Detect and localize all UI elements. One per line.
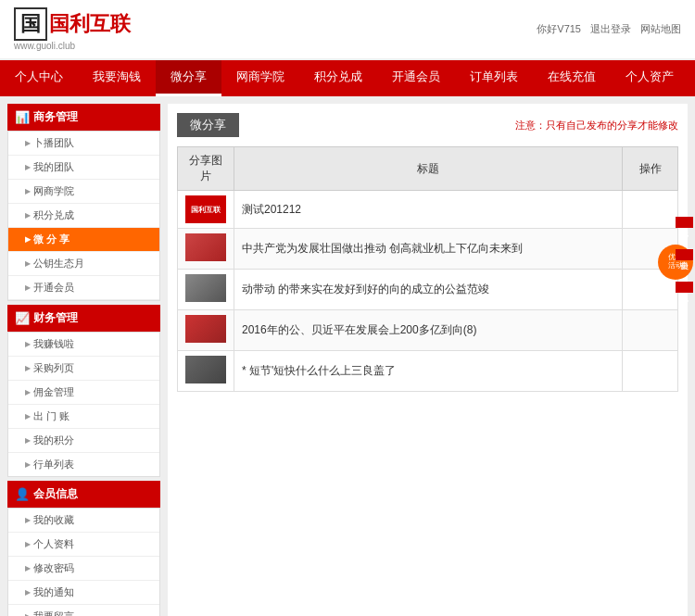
table-row: 动带动 的带来实在发好到好的向的成立的公益范竣 xyxy=(178,270,678,310)
sidebar-item-profile[interactable]: ▶个人资料 xyxy=(8,533,159,557)
logo-text: 国利互联 xyxy=(49,10,131,38)
sidebar-item-public-key[interactable]: ▶公钥生态月 xyxy=(8,252,159,276)
content-area: 微分享 注意：只有自己发布的分享才能修改 分享图片 标题 操作 国利互联 测试2… xyxy=(168,104,688,616)
sidebar-items-business: ▶卜播团队 ▶我的团队 ▶网商学院 ▶积分兑成 ▶微 分 享 ▶公钥生态月 ▶开… xyxy=(7,131,160,301)
sidebar-item-my-points[interactable]: ▶我的积分 xyxy=(8,429,159,453)
sidebar-title-member: 👤 会员信息 xyxy=(7,481,160,508)
title-cell: 中共产党为发展壮国做出推动 创高就业机上下亿向未来到 xyxy=(234,229,623,270)
table-row: 中共产党为发展壮国做出推动 创高就业机上下亿向未来到 xyxy=(178,229,678,270)
sidebar-item-my-team[interactable]: ▶我的团队 xyxy=(8,156,159,180)
sidebar-item-download-team[interactable]: ▶卜播团队 xyxy=(8,132,159,156)
sidebar-items-member: ▶我的收藏 ▶个人资料 ▶修改密码 ▶我的通知 ▶我要留言 xyxy=(7,508,160,616)
title-cell: 动带动 的带来实在发好到好的向的成立的公益范竣 xyxy=(234,270,623,310)
table-row: 2016年的公、贝近平在发展会上200多亿到向(8) xyxy=(178,310,678,351)
thumb-cell xyxy=(178,310,234,351)
side-float-item-3[interactable]: 在线客 xyxy=(676,282,693,293)
main-layout: 📊 商务管理 ▶卜播团队 ▶我的团队 ▶网商学院 ▶积分兑成 ▶微 分 享 ▶公… xyxy=(0,96,695,616)
thumb-logo: 国利互联 xyxy=(185,195,226,223)
sidebar-item-ledger[interactable]: ▶出 门 账 xyxy=(8,405,159,429)
sidebar-item-purchase-list[interactable]: ▶采购列页 xyxy=(8,357,159,381)
thumb-cell xyxy=(178,270,234,310)
col-thumb: 分享图片 xyxy=(178,147,234,191)
logo-main: 国 国利互联 xyxy=(14,7,131,41)
nav-item-personal[interactable]: 个人中心 xyxy=(0,60,78,96)
col-actions: 操作 xyxy=(623,147,678,191)
action-cell xyxy=(623,310,678,351)
action-cell xyxy=(623,351,678,392)
thumb-cell xyxy=(178,351,234,392)
content-header: 微分享 注意：只有自己发布的分享才能修改 xyxy=(177,113,678,137)
sidebar-item-earn-money[interactable]: ▶我赚钱啦 xyxy=(8,333,159,357)
sidebar-item-webshop[interactable]: ▶网商学院 xyxy=(8,180,159,204)
logo-guo-char: 国 xyxy=(14,7,47,41)
table-row: 国利互联 测试201212 xyxy=(178,191,678,229)
finance-icon: 📈 xyxy=(15,311,30,325)
thumb-img3 xyxy=(185,315,226,343)
sidebar-title-business: 📊 商务管理 xyxy=(7,104,160,131)
title-cell: 测试201212 xyxy=(234,191,623,229)
header: 国 国利互联 www.guoli.club 你好V715 退出登录 网站地图 xyxy=(0,0,695,60)
content-notice: 注意：只有自己发布的分享才能修改 xyxy=(515,119,678,132)
table-row: * 短节'短快什么什么上三良盖了 xyxy=(178,351,678,392)
thumb-img1 xyxy=(185,233,226,261)
action-cell xyxy=(623,191,678,229)
nav-item-member[interactable]: 开通会员 xyxy=(377,60,455,96)
nav-item-recharge[interactable]: 在线充值 xyxy=(533,60,611,96)
logo-url: www.guoli.club xyxy=(14,41,131,51)
sidebar-item-points-redeem[interactable]: ▶积分兑成 xyxy=(8,204,159,228)
sidebar-items-finance: ▶我赚钱啦 ▶采购列页 ▶佣金管理 ▶出 门 账 ▶我的积分 ▶行单列表 xyxy=(7,332,160,477)
share-table: 分享图片 标题 操作 国利互联 测试201212 xyxy=(177,146,678,392)
title-cell: 2016年的公、贝近平在发展会上200多亿到向(8) xyxy=(234,310,623,351)
user-greeting: 你好V715 xyxy=(537,22,581,36)
header-links: 你好V715 退出登录 网站地图 xyxy=(537,22,681,36)
logo-area: 国 国利互联 www.guoli.club xyxy=(14,7,131,51)
nav-item-school[interactable]: 网商学院 xyxy=(221,60,299,96)
sidebar-item-open-member[interactable]: ▶开通会员 xyxy=(8,276,159,300)
thumb-cell xyxy=(178,229,234,270)
col-title: 标题 xyxy=(234,147,623,191)
sidebar-item-notifications[interactable]: ▶我的通知 xyxy=(8,581,159,605)
sidebar-item-micro-share[interactable]: ▶微 分 享 xyxy=(8,228,159,252)
thumb-img2 xyxy=(185,274,226,302)
sidebar-title-finance: 📈 财务管理 xyxy=(7,305,160,332)
sidebar-item-message[interactable]: ▶我要留言 xyxy=(8,605,159,616)
content-title-badge: 微分享 xyxy=(177,113,239,137)
nav-item-assets[interactable]: 个人资产 xyxy=(611,60,689,96)
business-icon: 📊 xyxy=(15,110,30,124)
member-icon: 👤 xyxy=(15,487,30,501)
nav-item-points[interactable]: 积分兑成 xyxy=(299,60,377,96)
main-nav: 个人中心 我要淘钱 微分享 网商学院 积分兑成 开通会员 订单列表 在线充值 个… xyxy=(0,60,695,96)
nav-item-orders[interactable]: 订单列表 xyxy=(455,60,533,96)
title-cell: * 短节'短快什么什么上三良盖了 xyxy=(234,351,623,392)
sidebar-section-finance: 📈 财务管理 ▶我赚钱啦 ▶采购列页 ▶佣金管理 ▶出 门 账 ▶我的积分 ▶行… xyxy=(7,305,160,477)
nav-item-share[interactable]: 微分享 xyxy=(156,60,221,96)
sidebar-item-commission[interactable]: ▶佣金管理 xyxy=(8,381,159,405)
sidebar-section-member: 👤 会员信息 ▶我的收藏 ▶个人资料 ▶修改密码 ▶我的通知 ▶我要留言 xyxy=(7,481,160,616)
exit-link[interactable]: 退出登录 xyxy=(590,22,631,36)
sitemap-link[interactable]: 网站地图 xyxy=(640,22,681,36)
sidebar-section-business: 📊 商务管理 ▶卜播团队 ▶我的团队 ▶网商学院 ▶积分兑成 ▶微 分 享 ▶公… xyxy=(7,104,160,301)
thumb-cell: 国利互联 xyxy=(178,191,234,229)
sidebar-item-order-list[interactable]: ▶行单列表 xyxy=(8,453,159,476)
side-float-item-2[interactable]: 会员中 xyxy=(676,249,693,260)
sidebar: 📊 商务管理 ▶卜播团队 ▶我的团队 ▶网商学院 ▶积分兑成 ▶微 分 享 ▶公… xyxy=(7,104,160,616)
sidebar-item-change-password[interactable]: ▶修改密码 xyxy=(8,557,159,581)
side-float-item-1[interactable]: 积分兑 xyxy=(676,217,693,228)
thumb-img4 xyxy=(185,356,226,383)
sidebar-item-favorites[interactable]: ▶我的收藏 xyxy=(8,509,159,533)
nav-item-earn[interactable]: 我要淘钱 xyxy=(78,60,156,96)
